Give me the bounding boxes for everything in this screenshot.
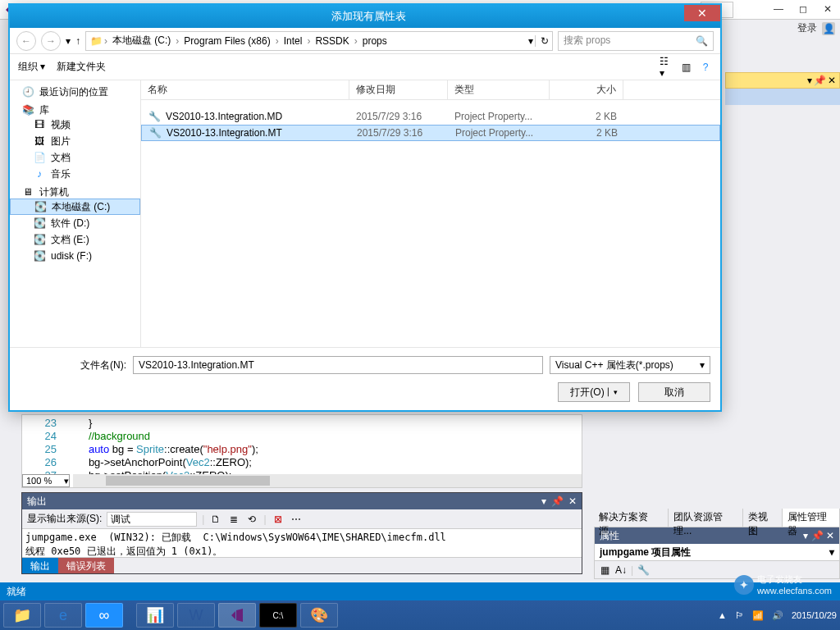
taskbar-ie[interactable]: e (44, 603, 82, 628)
pin-icon[interactable]: 📌 (551, 495, 564, 507)
dialog-footer: 文件名(N): Visual C++ 属性表(*.props)▾ 打开(O) ▏… (10, 347, 720, 410)
organize-menu[interactable]: 组织 ▾ (18, 60, 45, 74)
new-folder-button[interactable]: 新建文件夹 (57, 60, 106, 74)
dropdown-icon[interactable]: ▾ (807, 75, 812, 86)
recent-dropdown[interactable]: ▾ (66, 35, 71, 47)
close-button[interactable]: ✕ (815, 0, 840, 18)
categorize-icon[interactable]: ▦ (598, 564, 611, 577)
breadcrumb-seg[interactable]: 本地磁盘 (C:) (109, 34, 174, 48)
pin-icon[interactable]: 📌 (814, 75, 826, 86)
tree-videos[interactable]: 🎞视频 (10, 116, 140, 133)
tree-fdrive[interactable]: 💽udisk (F:) (10, 248, 140, 264)
refresh-icon[interactable]: ↻ (535, 35, 549, 47)
tree-libraries[interactable]: 📚库 (10, 100, 140, 116)
toggle-icon[interactable]: ≣ (227, 513, 240, 526)
tree-ddrive[interactable]: 💽软件 (D:) (10, 215, 140, 231)
zoom-level[interactable]: 100 %▾ (22, 474, 70, 487)
tab-solution-explorer[interactable]: 解决方案资源... (594, 509, 669, 527)
tray-icon[interactable]: ▲ (718, 610, 727, 620)
more-icon[interactable]: ⋯ (290, 513, 303, 526)
tab-team-explorer[interactable]: 团队资源管理... (669, 509, 743, 527)
drive-icon: 💽 (34, 200, 47, 213)
tree-recent[interactable]: 🕘最近访问的位置 (10, 84, 140, 100)
taskbar-visualstudio[interactable] (218, 603, 256, 628)
dialog-title: 添加现有属性表 (331, 9, 406, 24)
help-icon[interactable]: ? (699, 61, 712, 74)
code-editor[interactable]: 23 24 25 26 27 } //background auto bg = … (21, 414, 582, 488)
search-input[interactable]: 搜索 props 🔍 (558, 31, 714, 51)
tree-documents[interactable]: 📄文档 (10, 149, 140, 166)
scroll-thumb[interactable] (106, 476, 270, 486)
tab-error-list[interactable]: 错误列表 (58, 558, 114, 573)
output-source-select[interactable]: 调试 (107, 512, 197, 527)
close-icon[interactable]: ✕ (828, 75, 836, 86)
status-text: 就绪 (7, 585, 26, 599)
folder-icon: 📁 (89, 34, 103, 48)
col-date[interactable]: 修改日期 (349, 80, 448, 99)
filter-select[interactable]: Visual C++ 属性表(*.props)▾ (550, 356, 710, 374)
stop-icon[interactable]: ⊠ (272, 513, 285, 526)
taskbar: 📁 e ∞ 📊 W C:\ 🎨 ▲ 🏳 📶 🔊 2015/10/29 (0, 600, 840, 630)
tray-volume-icon[interactable]: 🔊 (772, 610, 783, 621)
file-row[interactable]: 🔧VS2010-13.Integration.MT 2015/7/29 3:16… (141, 125, 720, 141)
tray-network-icon[interactable]: 📶 (752, 610, 764, 621)
tool-window-tab[interactable] (725, 89, 840, 105)
breadcrumb-seg[interactable]: Program Files (x86) (180, 35, 273, 47)
clear-icon[interactable]: 🗋 (209, 513, 222, 526)
tab-class-view[interactable]: 类视图 (743, 509, 782, 527)
sort-icon[interactable]: A↓ (614, 564, 628, 577)
forward-button[interactable]: → (41, 31, 61, 51)
minimize-button[interactable]: — (766, 0, 791, 18)
breadcrumb-seg[interactable]: props (359, 35, 390, 47)
tree-edrive[interactable]: 💽文档 (E:) (10, 231, 140, 248)
wrap-icon[interactable]: ⟲ (245, 513, 258, 526)
tree-pictures[interactable]: 🖼图片 (10, 133, 140, 149)
back-button[interactable]: ← (16, 31, 36, 51)
cancel-button[interactable]: 取消 (638, 382, 710, 402)
tree-music[interactable]: ♪音乐 (10, 166, 140, 182)
file-row[interactable]: 🔧VS2010-13.Integration.MD 2015/7/29 3:16… (141, 108, 720, 125)
output-text[interactable]: jumpgame.exe (WIN32): 已卸载 C:\Windows\Sys… (22, 529, 582, 557)
taskbar-explorer[interactable]: 📁 (3, 603, 41, 628)
doc-icon: 📄 (33, 151, 46, 164)
maximize-button[interactable]: ◻ (791, 0, 815, 18)
breadcrumb-seg[interactable]: Intel (281, 35, 306, 47)
video-icon: 🎞 (33, 118, 46, 131)
tree-computer[interactable]: 🖥计算机 (10, 182, 140, 199)
dropdown-icon[interactable]: ▾ (541, 495, 546, 507)
horizontal-scrollbar[interactable] (73, 474, 582, 487)
dialog-close-button[interactable]: ✕ (684, 5, 720, 21)
file-list-header: 名称 修改日期 类型 大小 (141, 80, 720, 100)
watermark: ✦ 电子发烧友 www.elecfans.com (734, 573, 832, 596)
col-size[interactable]: 大小 (550, 80, 623, 99)
taskbar-paint[interactable]: 🎨 (300, 603, 338, 628)
breadcrumb[interactable]: 📁 › 本地磁盘 (C:)› Program Files (x86)› Inte… (85, 31, 553, 51)
tree-cdrive[interactable]: 💽本地磁盘 (C:) (10, 199, 140, 215)
view-options-icon[interactable]: ☷ ▾ (660, 61, 673, 74)
login-area[interactable]: 登录 👤 (797, 21, 835, 35)
properties-object[interactable]: jumpgame 项目属性 ▾ (595, 544, 839, 560)
filename-input[interactable] (133, 356, 543, 374)
col-name[interactable]: 名称 (141, 80, 349, 99)
close-icon[interactable]: ✕ (568, 495, 577, 507)
nav-tree[interactable]: 🕘最近访问的位置 📚库 🎞视频 🖼图片 📄文档 ♪音乐 🖥计算机 💽本地磁盘 (… (10, 80, 141, 347)
breadcrumb-seg[interactable]: RSSDK (312, 35, 352, 47)
file-dialog: 添加现有属性表 ✕ ← → ▾ ↑ 📁 › 本地磁盘 (C:)› Program… (8, 3, 722, 412)
up-button[interactable]: ↑ (75, 35, 80, 47)
open-button[interactable]: 打开(O) ▏▾ (558, 382, 630, 402)
music-icon: ♪ (33, 167, 46, 180)
dialog-titlebar[interactable]: 添加现有属性表 ✕ (10, 5, 720, 28)
taskbar-app[interactable]: ∞ (85, 603, 123, 628)
wrench-icon[interactable]: 🔧 (637, 564, 650, 577)
file-list[interactable]: 名称 修改日期 类型 大小 🔧VS2010-13.Integration.MD … (141, 80, 720, 347)
taskbar-app2[interactable]: 📊 (136, 603, 174, 628)
output-titlebar: 输出 ▾ 📌 ✕ (22, 493, 582, 509)
taskbar-word[interactable]: W (177, 603, 215, 628)
tab-output[interactable]: 输出 (22, 558, 58, 573)
taskbar-clock[interactable]: 2015/10/29 (792, 610, 837, 621)
preview-pane-icon[interactable]: ▥ (679, 61, 692, 74)
tray-flag-icon[interactable]: 🏳 (735, 610, 744, 620)
tab-property-manager[interactable]: 属性管理器 (783, 509, 840, 527)
taskbar-cmd[interactable]: C:\ (259, 603, 297, 628)
col-type[interactable]: 类型 (448, 80, 550, 99)
